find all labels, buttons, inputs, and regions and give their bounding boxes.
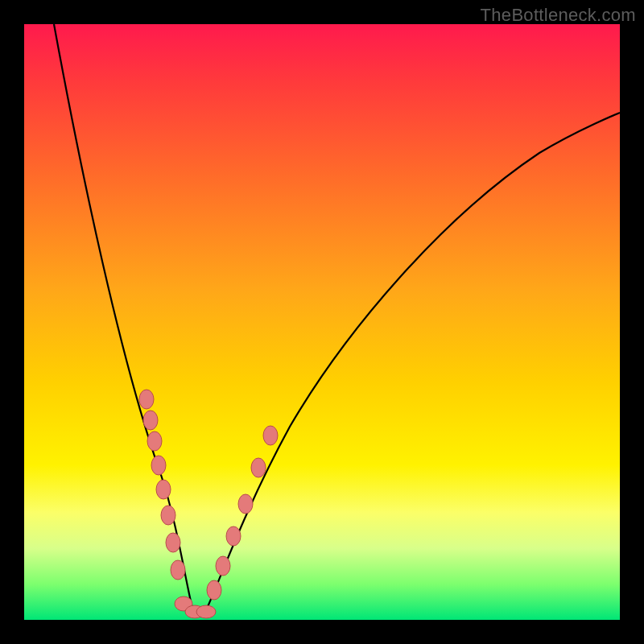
marker-dot (207, 580, 221, 600)
marker-dot (251, 458, 266, 477)
marker-dot (171, 560, 185, 580)
marker-dot (143, 411, 158, 430)
marker-dot (161, 506, 175, 525)
marker-dot (151, 456, 166, 475)
chart-plot-area (24, 24, 620, 620)
marker-dot (166, 533, 180, 552)
marker-dot (156, 480, 171, 499)
watermark-text: TheBottleneck.com (481, 5, 636, 26)
marker-dot (196, 605, 216, 618)
marker-dot (147, 431, 162, 451)
marker-dot (139, 390, 154, 409)
bottleneck-curve-path (54, 24, 620, 612)
marker-dot (238, 494, 253, 514)
marker-dot (263, 426, 278, 445)
marker-group (139, 390, 278, 618)
marker-dot (216, 556, 230, 576)
bottleneck-curve-svg (24, 24, 620, 620)
marker-dot (226, 526, 241, 546)
